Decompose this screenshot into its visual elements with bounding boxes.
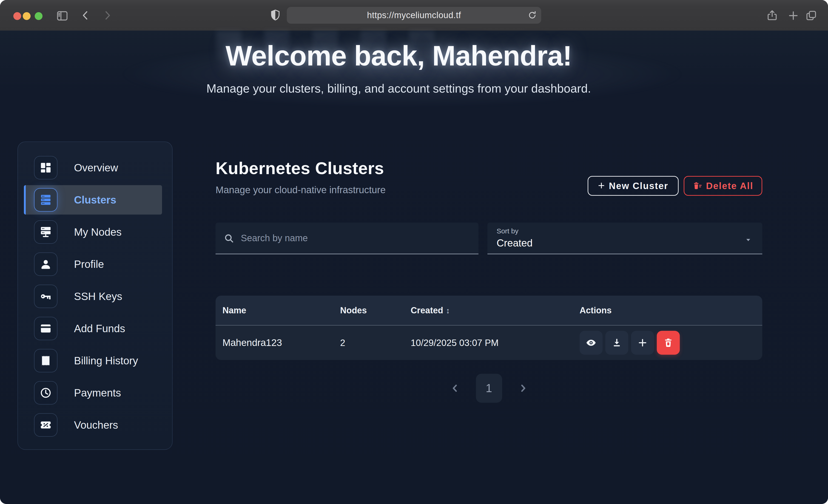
plus-icon [637,337,648,348]
clusters-panel: Kubernetes Clusters Manage your cloud-na… [215,159,762,403]
clusters-table: Name Nodes Created↕ Actions Mahendra123 … [215,296,762,360]
header-actions: + New Cluster Delete All [588,176,762,196]
sidebar-item-label: SSH Keys [74,290,122,302]
filters-row: Sort by Created [215,222,762,254]
sidebar-item-overview[interactable]: Overview [24,153,162,182]
add-node-button[interactable] [631,331,654,355]
key-icon [34,285,57,308]
row-actions [580,331,762,355]
new-cluster-button[interactable]: + New Cluster [588,176,678,196]
welcome-subtitle: Manage your clusters, billing, and accou… [0,82,797,95]
next-page-button[interactable] [516,383,530,394]
cluster-created: 10/29/2025 03:07 PM [411,338,580,348]
chevron-down-icon [744,236,753,244]
sidebar-item-label: Clusters [74,194,116,206]
eye-icon [585,337,597,348]
sidebar-item-billing-history[interactable]: Billing History [24,346,162,375]
sidebar-item-label: Billing History [74,354,138,367]
credit-card-icon [34,317,57,340]
sort-label: Sort by [497,227,762,235]
server-stack-icon [34,188,57,212]
download-kubeconfig-button[interactable] [605,331,628,355]
column-header-actions: Actions [580,305,762,316]
trash-icon [663,337,674,348]
reload-icon[interactable] [527,10,538,20]
share-icon[interactable] [766,9,779,22]
delete-all-label: Delete All [706,181,753,191]
column-header-created[interactable]: Created↕ [411,305,580,316]
cluster-nodes: 2 [340,338,411,348]
clock-icon [34,381,57,405]
person-icon [34,252,57,276]
forward-button[interactable] [101,9,114,22]
delete-cluster-button[interactable] [657,331,680,355]
sidebar-item-add-funds[interactable]: Add Funds [24,314,162,343]
previous-page-button[interactable] [448,383,462,394]
trash-sweep-icon [693,181,702,191]
new-cluster-label: New Cluster [609,181,668,191]
back-button[interactable] [79,9,92,22]
dashboard-icon [34,156,57,179]
pagination: 1 [215,374,762,403]
page-number-button[interactable]: 1 [476,374,502,403]
sidebar-item-label: Add Funds [74,322,125,335]
view-cluster-button[interactable] [580,331,603,355]
sidebar-item-label: Payments [74,387,121,399]
close-window-button[interactable] [13,12,21,20]
column-header-name: Name [222,305,340,316]
page-content: Welcome back, Mahendra! Manage your clus… [0,31,828,504]
sort-select[interactable]: Sort by Created [487,222,762,254]
sidebar-item-label: Vouchers [74,419,118,431]
table-row: Mahendra123 2 10/29/2025 03:07 PM [215,325,762,360]
table-header-row: Name Nodes Created↕ Actions [215,296,762,325]
page-title: Kubernetes Clusters [215,159,762,178]
minimize-window-button[interactable] [23,12,31,20]
privacy-shield-icon[interactable] [269,9,282,22]
zoom-window-button[interactable] [35,12,43,20]
sidebar-item-label: Profile [74,258,104,270]
plus-icon: + [598,179,605,192]
delete-all-button[interactable]: Delete All [684,176,762,196]
url-text: https://myceliumcloud.tf [367,10,461,20]
browser-window: https://myceliumcloud.tf [0,0,828,504]
sidebar-item-my-nodes[interactable]: My Nodes [24,217,162,247]
sidebar-item-profile[interactable]: Profile [24,249,162,279]
search-icon [223,233,235,244]
download-icon [611,337,622,348]
sidebar-item-payments[interactable]: Payments [24,378,162,408]
search-field [215,222,479,254]
sidebar: Overview Clusters [17,141,173,450]
search-input[interactable] [240,233,471,244]
welcome-heading: Welcome back, Mahendra! [0,40,797,72]
sort-value: Created [497,237,762,249]
sidebar-item-vouchers[interactable]: Vouchers [24,410,162,440]
tabs-overview-icon[interactable] [805,9,818,22]
ticket-percent-icon [34,413,57,437]
cluster-name: Mahendra123 [222,337,340,348]
receipt-icon [34,349,57,372]
node-network-icon [34,220,57,244]
sidebar-item-clusters[interactable]: Clusters [24,185,162,215]
sidebar-item-label: My Nodes [74,226,122,238]
sidebar-toggle-icon[interactable] [55,9,69,23]
sidebar-item-label: Overview [74,162,118,174]
address-bar[interactable]: https://myceliumcloud.tf [287,7,541,24]
hero-section: Welcome back, Mahendra! Manage your clus… [0,31,797,95]
new-tab-icon[interactable] [787,9,800,22]
sort-updown-icon: ↕ [446,306,450,315]
column-header-nodes: Nodes [340,305,411,316]
browser-chrome: https://myceliumcloud.tf [0,0,828,31]
sidebar-item-ssh-keys[interactable]: SSH Keys [24,282,162,311]
